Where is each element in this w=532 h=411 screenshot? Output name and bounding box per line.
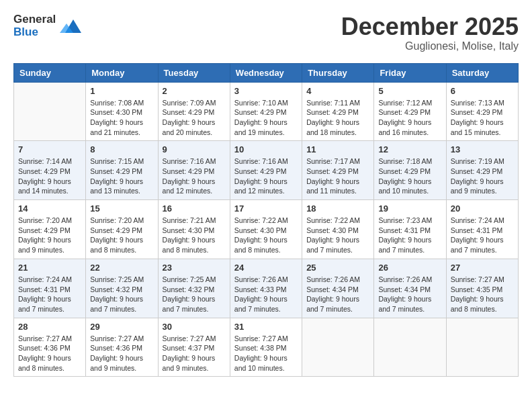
calendar-cell: 18Sunrise: 7:22 AMSunset: 4:30 PMDayligh… xyxy=(302,200,374,259)
day-number: 21 xyxy=(18,263,81,273)
calendar-week-row: 28Sunrise: 7:27 AMSunset: 4:36 PMDayligh… xyxy=(14,318,519,377)
calendar-cell: 10Sunrise: 7:16 AMSunset: 4:29 PMDayligh… xyxy=(230,141,302,200)
day-info: Sunrise: 7:27 AMSunset: 4:38 PMDaylight:… xyxy=(234,334,298,373)
calendar-cell: 7Sunrise: 7:14 AMSunset: 4:29 PMDaylight… xyxy=(14,141,86,200)
day-info: Sunrise: 7:08 AMSunset: 4:30 PMDaylight:… xyxy=(90,98,153,138)
day-number: 8 xyxy=(90,144,153,154)
calendar-cell xyxy=(374,318,446,377)
calendar-table: SundayMondayTuesdayWednesdayThursdayFrid… xyxy=(13,63,519,377)
calendar-cell: 29Sunrise: 7:27 AMSunset: 4:36 PMDayligh… xyxy=(86,318,158,377)
location-title: Guglionesi, Molise, Italy xyxy=(341,40,519,52)
weekday-header-saturday: Saturday xyxy=(446,63,518,82)
calendar-cell: 30Sunrise: 7:27 AMSunset: 4:37 PMDayligh… xyxy=(158,318,230,377)
day-info: Sunrise: 7:11 AMSunset: 4:29 PMDaylight:… xyxy=(306,98,369,138)
calendar-cell: 9Sunrise: 7:16 AMSunset: 4:29 PMDaylight… xyxy=(158,141,230,200)
weekday-header-friday: Friday xyxy=(374,63,446,82)
calendar-cell: 5Sunrise: 7:12 AMSunset: 4:29 PMDaylight… xyxy=(374,82,446,141)
calendar-cell: 2Sunrise: 7:09 AMSunset: 4:29 PMDaylight… xyxy=(158,82,230,141)
calendar-week-row: 21Sunrise: 7:24 AMSunset: 4:31 PMDayligh… xyxy=(14,259,519,318)
calendar-cell xyxy=(446,318,518,377)
day-info: Sunrise: 7:27 AMSunset: 4:36 PMDaylight:… xyxy=(90,334,153,373)
day-number: 10 xyxy=(234,144,298,154)
weekday-header-sunday: Sunday xyxy=(14,63,86,82)
calendar-cell xyxy=(14,82,86,141)
day-info: Sunrise: 7:27 AMSunset: 4:36 PMDaylight:… xyxy=(18,334,81,373)
calendar-cell: 15Sunrise: 7:20 AMSunset: 4:29 PMDayligh… xyxy=(86,200,158,259)
day-number: 4 xyxy=(306,86,369,96)
day-number: 19 xyxy=(378,203,441,214)
day-number: 2 xyxy=(163,86,226,96)
day-number: 18 xyxy=(306,203,369,214)
day-info: Sunrise: 7:27 AMSunset: 4:35 PMDaylight:… xyxy=(451,275,514,314)
calendar-cell: 17Sunrise: 7:22 AMSunset: 4:30 PMDayligh… xyxy=(230,200,302,259)
day-number: 3 xyxy=(234,86,298,96)
day-info: Sunrise: 7:22 AMSunset: 4:30 PMDaylight:… xyxy=(306,216,369,255)
calendar-cell: 1Sunrise: 7:08 AMSunset: 4:30 PMDaylight… xyxy=(86,82,158,141)
logo: General Blue xyxy=(13,13,81,38)
calendar-week-row: 1Sunrise: 7:08 AMSunset: 4:30 PMDaylight… xyxy=(14,82,519,141)
day-info: Sunrise: 7:13 AMSunset: 4:29 PMDaylight:… xyxy=(451,98,514,138)
calendar-cell xyxy=(302,318,374,377)
day-info: Sunrise: 7:12 AMSunset: 4:29 PMDaylight:… xyxy=(378,98,441,138)
weekday-header-wednesday: Wednesday xyxy=(230,63,302,82)
day-info: Sunrise: 7:21 AMSunset: 4:30 PMDaylight:… xyxy=(163,216,226,255)
day-info: Sunrise: 7:24 AMSunset: 4:31 PMDaylight:… xyxy=(18,275,81,314)
day-info: Sunrise: 7:27 AMSunset: 4:37 PMDaylight:… xyxy=(163,334,226,373)
day-number: 15 xyxy=(90,203,153,214)
title-area: December 2025 Guglionesi, Molise, Italy xyxy=(341,13,519,52)
day-info: Sunrise: 7:20 AMSunset: 4:29 PMDaylight:… xyxy=(18,216,81,255)
day-number: 29 xyxy=(90,322,153,332)
day-number: 27 xyxy=(451,263,514,273)
calendar-week-row: 7Sunrise: 7:14 AMSunset: 4:29 PMDaylight… xyxy=(14,141,519,200)
day-info: Sunrise: 7:17 AMSunset: 4:29 PMDaylight:… xyxy=(306,156,369,196)
day-info: Sunrise: 7:26 AMSunset: 4:33 PMDaylight:… xyxy=(234,275,298,314)
day-number: 28 xyxy=(18,322,81,332)
day-number: 16 xyxy=(163,203,226,214)
weekday-header-monday: Monday xyxy=(86,63,158,82)
day-info: Sunrise: 7:22 AMSunset: 4:30 PMDaylight:… xyxy=(234,216,298,255)
calendar-cell: 8Sunrise: 7:15 AMSunset: 4:29 PMDaylight… xyxy=(86,141,158,200)
day-number: 17 xyxy=(234,203,298,214)
calendar-cell: 23Sunrise: 7:25 AMSunset: 4:32 PMDayligh… xyxy=(158,259,230,318)
day-info: Sunrise: 7:26 AMSunset: 4:34 PMDaylight:… xyxy=(306,275,369,314)
day-info: Sunrise: 7:16 AMSunset: 4:29 PMDaylight:… xyxy=(234,156,298,196)
calendar-cell: 25Sunrise: 7:26 AMSunset: 4:34 PMDayligh… xyxy=(302,259,374,318)
day-number: 25 xyxy=(306,263,369,273)
day-number: 24 xyxy=(234,263,298,273)
calendar-cell: 13Sunrise: 7:19 AMSunset: 4:29 PMDayligh… xyxy=(446,141,518,200)
day-number: 9 xyxy=(163,144,226,154)
day-number: 1 xyxy=(90,86,153,96)
weekday-header-tuesday: Tuesday xyxy=(158,63,230,82)
page-header: General Blue December 2025 Guglionesi, M… xyxy=(13,13,519,52)
day-number: 11 xyxy=(306,144,369,154)
calendar-cell: 21Sunrise: 7:24 AMSunset: 4:31 PMDayligh… xyxy=(14,259,86,318)
calendar-cell: 26Sunrise: 7:26 AMSunset: 4:34 PMDayligh… xyxy=(374,259,446,318)
logo-general: General xyxy=(13,13,56,26)
calendar-cell: 11Sunrise: 7:17 AMSunset: 4:29 PMDayligh… xyxy=(302,141,374,200)
calendar-cell: 22Sunrise: 7:25 AMSunset: 4:32 PMDayligh… xyxy=(86,259,158,318)
day-number: 6 xyxy=(451,86,514,96)
calendar-cell: 19Sunrise: 7:23 AMSunset: 4:31 PMDayligh… xyxy=(374,200,446,259)
calendar-cell: 31Sunrise: 7:27 AMSunset: 4:38 PMDayligh… xyxy=(230,318,302,377)
calendar-cell: 3Sunrise: 7:10 AMSunset: 4:29 PMDaylight… xyxy=(230,82,302,141)
day-number: 13 xyxy=(451,144,514,154)
day-info: Sunrise: 7:25 AMSunset: 4:32 PMDaylight:… xyxy=(90,275,153,314)
calendar-cell: 16Sunrise: 7:21 AMSunset: 4:30 PMDayligh… xyxy=(158,200,230,259)
day-info: Sunrise: 7:24 AMSunset: 4:31 PMDaylight:… xyxy=(451,216,514,255)
day-info: Sunrise: 7:16 AMSunset: 4:29 PMDaylight:… xyxy=(163,156,226,196)
day-number: 30 xyxy=(163,322,226,332)
day-info: Sunrise: 7:19 AMSunset: 4:29 PMDaylight:… xyxy=(451,156,514,196)
calendar-cell: 4Sunrise: 7:11 AMSunset: 4:29 PMDaylight… xyxy=(302,82,374,141)
day-number: 7 xyxy=(18,144,81,154)
day-number: 26 xyxy=(378,263,441,273)
day-info: Sunrise: 7:20 AMSunset: 4:29 PMDaylight:… xyxy=(90,216,153,255)
weekday-header-thursday: Thursday xyxy=(302,63,374,82)
calendar-week-row: 14Sunrise: 7:20 AMSunset: 4:29 PMDayligh… xyxy=(14,200,519,259)
calendar-cell: 24Sunrise: 7:26 AMSunset: 4:33 PMDayligh… xyxy=(230,259,302,318)
day-number: 14 xyxy=(18,203,81,214)
calendar-cell: 14Sunrise: 7:20 AMSunset: 4:29 PMDayligh… xyxy=(14,200,86,259)
day-info: Sunrise: 7:10 AMSunset: 4:29 PMDaylight:… xyxy=(234,98,298,138)
calendar-cell: 12Sunrise: 7:18 AMSunset: 4:29 PMDayligh… xyxy=(374,141,446,200)
day-info: Sunrise: 7:18 AMSunset: 4:29 PMDaylight:… xyxy=(378,156,441,196)
day-number: 20 xyxy=(451,203,514,214)
